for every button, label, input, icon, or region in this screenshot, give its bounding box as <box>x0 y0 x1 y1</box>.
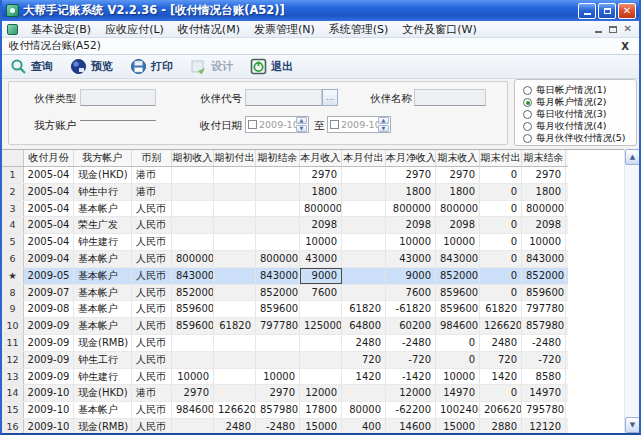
cell-month[interactable]: 2005-04 <box>24 201 74 217</box>
table-row[interactable]: 22005-04钟生中行港币18001800180001800 <box>2 184 568 201</box>
cell-open_bal[interactable]: 857980 <box>256 402 300 418</box>
cell-month_out[interactable] <box>342 217 386 233</box>
cell-account[interactable]: 基本帐户 <box>74 268 132 284</box>
cell-end_in[interactable]: 14970 <box>436 385 480 401</box>
scroll-up-button[interactable]: ▲ <box>625 149 640 165</box>
cell-open_in[interactable] <box>172 335 214 351</box>
cell-end_out[interactable]: 1420 <box>480 369 522 385</box>
cell-open_bal[interactable] <box>256 234 300 250</box>
cell-currency[interactable]: 港币 <box>132 184 172 200</box>
cell-end_out[interactable]: 720 <box>480 352 522 368</box>
cell-open_in[interactable] <box>172 352 214 368</box>
partner-code-browse-button[interactable]: … <box>322 89 338 106</box>
cell-end_bal[interactable]: 2098 <box>522 217 566 233</box>
cell-open_out[interactable]: 2480 <box>214 419 256 433</box>
cell-account[interactable]: 钟生建行 <box>74 234 132 250</box>
cell-end_in[interactable]: 2098 <box>436 217 480 233</box>
cell-open_out[interactable] <box>214 268 256 284</box>
cell-end_bal[interactable]: 852000 <box>522 268 566 284</box>
cell-open_out[interactable] <box>214 385 256 401</box>
table-row-selected[interactable]: ★2009-05基本帐户人民币8430008430009000900085200… <box>2 268 568 285</box>
cell-month[interactable]: 2009-08 <box>24 301 74 317</box>
cell-end_out[interactable]: 0 <box>480 167 522 183</box>
column-header-open_out[interactable]: 期初付出 <box>214 150 256 166</box>
cell-currency[interactable]: 人民币 <box>132 268 172 284</box>
cell-open_in[interactable]: 843000 <box>172 268 214 284</box>
cell-month_net[interactable]: -61820 <box>386 301 436 317</box>
cell-month_net[interactable]: 43000 <box>386 251 436 267</box>
cell-month_in[interactable]: 800000 <box>300 201 342 217</box>
cell-open_bal[interactable] <box>256 217 300 233</box>
cell-end_out[interactable]: 0 <box>480 285 522 301</box>
date-from-spinner[interactable]: ▲▼ <box>296 117 307 132</box>
cell-currency[interactable]: 人民币 <box>132 201 172 217</box>
cell-account[interactable]: 钟生中行 <box>74 184 132 200</box>
column-header-open_bal[interactable]: 期初结余 <box>256 150 300 166</box>
minimize-button[interactable] <box>578 3 596 19</box>
cell-account[interactable]: 基本帐户 <box>74 251 132 267</box>
restore-button[interactable] <box>598 3 616 19</box>
cell-month_in[interactable] <box>300 352 342 368</box>
cell-open_in[interactable]: 859600 <box>172 318 214 334</box>
cell-month_net[interactable]: 2098 <box>386 217 436 233</box>
cell-month_net[interactable]: 9000 <box>386 268 436 284</box>
cell-open_out[interactable] <box>214 285 256 301</box>
cell-currency[interactable]: 人民币 <box>132 335 172 351</box>
cell-account[interactable]: 基本帐户 <box>74 402 132 418</box>
cell-month_out[interactable]: 1420 <box>342 369 386 385</box>
spin-up-icon[interactable]: ▲ <box>296 117 307 124</box>
cell-month[interactable]: 2009-10 <box>24 385 74 401</box>
menu-payment-status[interactable]: 收付情况(M) <box>171 22 247 37</box>
cell-month[interactable]: 2005-04 <box>24 234 74 250</box>
vertical-scrollbar[interactable]: ▲ ▼ <box>624 149 639 433</box>
cell-month_net[interactable]: 1800 <box>386 184 436 200</box>
cell-month[interactable]: 2009-09 <box>24 318 74 334</box>
column-header-end_out[interactable]: 期末付出 <box>480 150 522 166</box>
cell-currency[interactable]: 人民币 <box>132 217 172 233</box>
cell-month_out[interactable] <box>342 234 386 250</box>
cell-end_out[interactable]: 0 <box>480 268 522 284</box>
cell-currency[interactable]: 人民币 <box>132 318 172 334</box>
cell-end_bal[interactable]: -2480 <box>522 335 566 351</box>
radio-monthly-partner-payment[interactable]: 每月伙伴收付情况(5) <box>523 133 636 145</box>
radio-monthly-account[interactable]: 每月帐户情况(2) <box>523 96 636 108</box>
column-header-currency[interactable]: 币别 <box>132 150 172 166</box>
date-from-checkbox[interactable] <box>248 120 257 129</box>
cell-account[interactable]: 基本帐户 <box>74 318 132 334</box>
cell-month[interactable]: 2009-10 <box>24 419 74 433</box>
partner-code-input[interactable] <box>245 89 322 106</box>
menu-receivable-payable[interactable]: 应收应付(L) <box>98 22 171 37</box>
cell-currency[interactable]: 人民币 <box>132 301 172 317</box>
date-from-field[interactable]: 2009-10 ▲▼ <box>245 116 309 133</box>
cell-month_in[interactable]: 7600 <box>300 285 342 301</box>
cell-month_in[interactable]: 1800 <box>300 184 342 200</box>
radio-monthly-payment[interactable]: 每月收付情况(4) <box>523 121 636 133</box>
cell-month_out[interactable] <box>342 184 386 200</box>
cell-end_in[interactable]: 10000 <box>436 369 480 385</box>
cell-end_bal[interactable]: 1800 <box>522 184 566 200</box>
cell-end_bal[interactable]: 857980 <box>522 318 566 334</box>
cell-open_bal[interactable]: 852000 <box>256 285 300 301</box>
radio-daily-payment[interactable]: 每日收付情况(3) <box>523 108 636 120</box>
cell-end_bal[interactable]: 8580 <box>522 369 566 385</box>
cell-currency[interactable]: 人民币 <box>132 285 172 301</box>
cell-open_bal[interactable]: -2480 <box>256 419 300 433</box>
cell-month_net[interactable]: -62200 <box>386 402 436 418</box>
spin-down-icon[interactable]: ▼ <box>378 125 389 132</box>
scroll-down-button[interactable]: ▼ <box>625 417 640 433</box>
cell-month[interactable]: 2009-09 <box>24 352 74 368</box>
cell-open_in[interactable]: 800000 <box>172 251 214 267</box>
cell-month_net[interactable]: 7600 <box>386 285 436 301</box>
exit-button[interactable]: 退出 <box>250 58 293 75</box>
cell-end_in[interactable]: 15000 <box>436 419 480 433</box>
cell-month[interactable]: 2009-07 <box>24 285 74 301</box>
cell-end_in[interactable]: 0 <box>436 352 480 368</box>
cell-open_out[interactable] <box>214 251 256 267</box>
cell-account[interactable]: 钟生工行 <box>74 352 132 368</box>
column-header-end_bal[interactable]: 期末结余 <box>522 150 566 166</box>
cell-currency[interactable]: 人民币 <box>132 251 172 267</box>
radio-daily-account[interactable]: 每日帐户情况(1) <box>523 84 636 96</box>
tab-close-icon[interactable]: X <box>621 41 632 52</box>
cell-open_out[interactable] <box>214 201 256 217</box>
cell-account[interactable]: 基本帐户 <box>74 201 132 217</box>
